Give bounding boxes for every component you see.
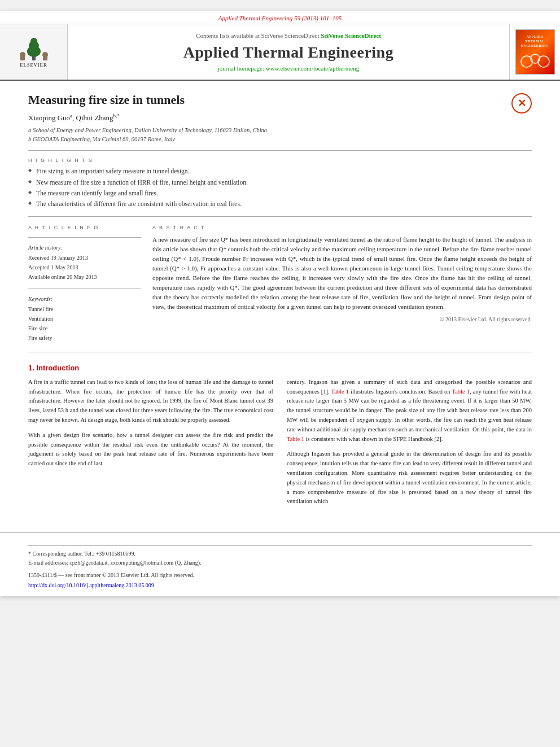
sciverse-line: Contents lists available at SciVerse Sci… [196, 32, 381, 39]
svg-point-10 [538, 56, 549, 67]
page: Applied Thermal Engineering 59 (2013) 10… [0, 11, 560, 596]
elsevier-wordmark: ELSEVIER [20, 63, 47, 68]
footer-divider [28, 545, 532, 546]
highlights-list: Fire sizing is an important safety measu… [28, 167, 532, 208]
thumb-line-3: ENGINEERING [521, 44, 549, 49]
abstract-label: A B S T R A C T [152, 225, 532, 230]
highlights-label: H I G H L I G H T S [28, 158, 532, 163]
highlight-item: The characteristics of different fire ar… [28, 199, 532, 208]
thumb-line-1: APPLIED [521, 35, 549, 40]
keyword-3: Fire size [28, 324, 141, 333]
intro-right-para-1: century. Ingason has given a summary of … [287, 378, 532, 444]
affiliation-a: a School of Energy and Power Engineering… [28, 126, 532, 135]
divider-5 [28, 352, 532, 352]
intro-para-2: With a given design fire scenario, how a… [28, 431, 273, 469]
affiliation-b: b GEODATA Engineering, Via Civinini 69, … [28, 135, 532, 144]
email-note: E-mail addresses: cpzh@geodata.it, zxcom… [28, 558, 532, 567]
authors-line: Xiaoping Guoa, Qihui Zhangb,* [28, 113, 532, 123]
article-info-label: A R T I C L E I N F O [28, 225, 141, 230]
intro-right-para-2: Although Ingason has provided a general … [287, 449, 532, 506]
homepage-url[interactable]: www.elsevier.com/locate/apthermeng [266, 65, 359, 72]
highlight-item: The measure can identify large and small… [28, 189, 532, 198]
divider-1 [28, 150, 532, 151]
svg-point-3 [30, 38, 37, 45]
table1-ref-2[interactable]: Table 1 [452, 388, 469, 395]
article-info-col: A R T I C L E I N F O Article history: R… [28, 225, 141, 343]
authors: Xiaoping Guoa, Qihui Zhangb,* [28, 113, 120, 122]
keywords-items: Tunnel fire Ventilation Fire size Fire s… [28, 304, 141, 343]
journal-name: Applied Thermal Engineering [183, 43, 393, 62]
intro-right-col: century. Ingason has given a summary of … [287, 378, 532, 512]
journal-header: ELSEVIER Contents lists available at Sci… [0, 24, 560, 81]
elsevier-logo: ELSEVIER [10, 37, 58, 68]
issn-note: 1359-4311/$ — see front matter © 2013 El… [28, 571, 532, 580]
history-label: Article history: [28, 244, 141, 251]
journal-citation: Applied Thermal Engineering 59 (2013) 10… [218, 15, 342, 21]
affiliations: a School of Energy and Power Engineering… [28, 126, 532, 144]
highlight-item: Fire sizing is an important safety measu… [28, 167, 532, 176]
title-section: ✕ Measuring fire size in tunnels [28, 92, 532, 108]
journal-homepage: journal homepage: www.elsevier.com/locat… [218, 65, 359, 72]
table1-ref-3[interactable]: Table 1 [287, 436, 304, 442]
abstract-text: A new measure of fire size Q* has been i… [152, 235, 532, 312]
received-date: Received 19 January 2013 [28, 253, 141, 263]
elsevier-tree-icon [17, 38, 51, 62]
divider-4 [28, 289, 141, 289]
svg-rect-6 [20, 55, 25, 60]
keywords-label: Keywords: [28, 296, 141, 302]
svg-rect-7 [43, 55, 47, 60]
journal-thumbnail-section: APPLIED THERMAL ENGINEERING [509, 24, 560, 80]
intro-para-1: A fire in a traffic tunnel can lead to t… [28, 378, 273, 425]
journal-citation-bar: Applied Thermal Engineering 59 (2013) 10… [0, 11, 560, 24]
corresponding-note: * Corresponding author. Tel.: +39 011581… [28, 549, 532, 558]
journal-cover-thumbnail: APPLIED THERMAL ENGINEERING [515, 29, 555, 75]
divider-2 [28, 216, 532, 217]
thumb-circles [518, 53, 552, 71]
history-items: Received 19 January 2013 Accepted 1 May … [28, 253, 141, 282]
keyword-1: Tunnel fire [28, 304, 141, 314]
doi-link[interactable]: http://dx.doi.org/10.1016/j.applthermale… [28, 582, 532, 588]
info-abstract-section: A R T I C L E I N F O Article history: R… [28, 225, 532, 343]
paper-footer: * Corresponding author. Tel.: +39 011581… [0, 532, 560, 596]
paper-title: Measuring fire size in tunnels [28, 92, 532, 108]
thumb-line-2: THERMAL [521, 40, 549, 44]
elsevier-logo-section: ELSEVIER [0, 24, 68, 80]
divider-3 [28, 237, 141, 238]
copyright-line: © 2013 Elsevier Ltd. All rights reserved… [152, 316, 532, 322]
highlight-item: New measure of fire size a function of H… [28, 178, 532, 187]
journal-title-section: Contents lists available at SciVerse Sci… [68, 24, 509, 80]
intro-heading: 1. Introduction [28, 364, 532, 372]
paper-content: ✕ Measuring fire size in tunnels Xiaopin… [0, 81, 560, 529]
introduction-section: 1. Introduction A fire in a traffic tunn… [28, 364, 532, 512]
intro-left-col: A fire in a traffic tunnel can lead to t… [28, 378, 273, 512]
accepted-date: Accepted 1 May 2013 [28, 263, 141, 272]
keyword-2: Ventilation [28, 314, 141, 324]
table1-ref[interactable]: Table 1 [331, 388, 349, 395]
intro-two-col: A fire in a traffic tunnel can lead to t… [28, 378, 532, 512]
highlights-section: H I G H L I G H T S Fire sizing is an im… [28, 158, 532, 208]
abstract-col: A B S T R A C T A new measure of fire si… [152, 225, 532, 343]
available-date: Available online 20 May 2013 [28, 272, 141, 282]
keyword-4: Fire safety [28, 333, 141, 343]
crossmark-icon[interactable]: ✕ [511, 93, 532, 113]
